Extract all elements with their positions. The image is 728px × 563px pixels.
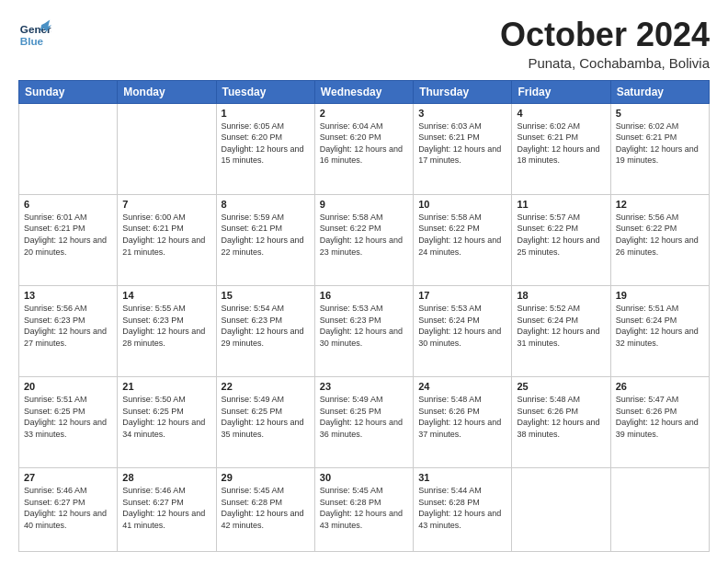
col-sunday: Sunday (19, 80, 118, 103)
day-info: Sunrise: 5:44 AMSunset: 6:28 PMDaylight:… (418, 485, 506, 531)
col-saturday: Saturday (610, 80, 709, 103)
day-info: Sunrise: 6:04 AMSunset: 6:20 PMDaylight:… (320, 121, 408, 167)
day-number: 30 (320, 472, 408, 483)
table-row: 17Sunrise: 5:53 AMSunset: 6:24 PMDayligh… (414, 285, 512, 376)
table-row: 1Sunrise: 6:05 AMSunset: 6:20 PMDaylight… (216, 103, 314, 194)
day-info: Sunrise: 5:59 AMSunset: 6:21 PMDaylight:… (222, 212, 310, 258)
table-row: 20Sunrise: 5:51 AMSunset: 6:25 PMDayligh… (19, 377, 118, 468)
day-number: 29 (222, 472, 310, 483)
day-info: Sunrise: 5:45 AMSunset: 6:28 PMDaylight:… (222, 485, 310, 531)
day-number: 17 (418, 290, 506, 301)
day-number: 28 (122, 472, 210, 483)
day-number: 7 (122, 199, 210, 210)
col-tuesday: Tuesday (216, 80, 314, 103)
table-row: 18Sunrise: 5:52 AMSunset: 6:24 PMDayligh… (512, 285, 610, 376)
day-number: 9 (320, 199, 408, 210)
day-info: Sunrise: 5:49 AMSunset: 6:25 PMDaylight:… (222, 394, 310, 440)
table-row: 31Sunrise: 5:44 AMSunset: 6:28 PMDayligh… (414, 468, 512, 552)
table-row: 16Sunrise: 5:53 AMSunset: 6:23 PMDayligh… (314, 285, 413, 376)
day-info: Sunrise: 6:01 AMSunset: 6:21 PMDaylight:… (24, 212, 112, 258)
day-info: Sunrise: 6:02 AMSunset: 6:21 PMDaylight:… (517, 121, 605, 167)
day-info: Sunrise: 6:02 AMSunset: 6:21 PMDaylight:… (616, 121, 704, 167)
table-row: 5Sunrise: 6:02 AMSunset: 6:21 PMDaylight… (610, 103, 709, 194)
col-wednesday: Wednesday (314, 80, 413, 103)
day-info: Sunrise: 5:53 AMSunset: 6:24 PMDaylight:… (418, 303, 506, 349)
table-row: 30Sunrise: 5:45 AMSunset: 6:28 PMDayligh… (314, 468, 413, 552)
table-row (118, 103, 216, 194)
day-number: 31 (418, 472, 506, 483)
day-number: 16 (320, 290, 408, 301)
table-row: 23Sunrise: 5:49 AMSunset: 6:25 PMDayligh… (314, 377, 413, 468)
day-number: 10 (418, 199, 506, 210)
svg-text:Blue: Blue (20, 35, 44, 47)
table-row: 13Sunrise: 5:56 AMSunset: 6:23 PMDayligh… (19, 285, 118, 376)
day-info: Sunrise: 5:57 AMSunset: 6:22 PMDaylight:… (517, 212, 605, 258)
day-info: Sunrise: 5:48 AMSunset: 6:26 PMDaylight:… (517, 394, 605, 440)
day-info: Sunrise: 6:05 AMSunset: 6:20 PMDaylight:… (222, 121, 310, 167)
day-info: Sunrise: 5:54 AMSunset: 6:23 PMDaylight:… (222, 303, 310, 349)
page: General Blue October 2024 Punata, Cochab… (0, 0, 728, 563)
day-number: 18 (517, 290, 605, 301)
day-number: 12 (616, 199, 704, 210)
table-row: 28Sunrise: 5:46 AMSunset: 6:27 PMDayligh… (118, 468, 216, 552)
day-number: 20 (24, 381, 112, 392)
logo-icon: General Blue (18, 17, 51, 50)
table-row (512, 468, 610, 552)
col-thursday: Thursday (414, 80, 512, 103)
header: General Blue October 2024 Punata, Cochab… (18, 17, 710, 71)
logo: General Blue (18, 17, 51, 50)
day-info: Sunrise: 5:48 AMSunset: 6:26 PMDaylight:… (418, 394, 506, 440)
day-info: Sunrise: 5:52 AMSunset: 6:24 PMDaylight:… (517, 303, 605, 349)
table-row: 3Sunrise: 6:03 AMSunset: 6:21 PMDaylight… (414, 103, 512, 194)
day-info: Sunrise: 5:58 AMSunset: 6:22 PMDaylight:… (418, 212, 506, 258)
table-row: 14Sunrise: 5:55 AMSunset: 6:23 PMDayligh… (118, 285, 216, 376)
day-number: 23 (320, 381, 408, 392)
day-info: Sunrise: 5:46 AMSunset: 6:27 PMDaylight:… (24, 485, 112, 531)
table-row: 11Sunrise: 5:57 AMSunset: 6:22 PMDayligh… (512, 194, 610, 285)
table-row: 7Sunrise: 6:00 AMSunset: 6:21 PMDaylight… (118, 194, 216, 285)
day-number: 11 (517, 199, 605, 210)
day-number: 5 (616, 108, 704, 119)
day-number: 3 (418, 108, 506, 119)
table-row: 12Sunrise: 5:56 AMSunset: 6:22 PMDayligh… (610, 194, 709, 285)
day-number: 15 (222, 290, 310, 301)
day-info: Sunrise: 5:49 AMSunset: 6:25 PMDaylight:… (320, 394, 408, 440)
table-row: 8Sunrise: 5:59 AMSunset: 6:21 PMDaylight… (216, 194, 314, 285)
day-number: 26 (616, 381, 704, 392)
day-number: 19 (616, 290, 704, 301)
day-number: 21 (122, 381, 210, 392)
calendar-week-row: 20Sunrise: 5:51 AMSunset: 6:25 PMDayligh… (19, 377, 710, 468)
day-number: 4 (517, 108, 605, 119)
calendar-week-row: 1Sunrise: 6:05 AMSunset: 6:20 PMDaylight… (19, 103, 710, 194)
day-info: Sunrise: 5:56 AMSunset: 6:22 PMDaylight:… (616, 212, 704, 258)
day-number: 22 (222, 381, 310, 392)
day-number: 14 (122, 290, 210, 301)
calendar-week-row: 6Sunrise: 6:01 AMSunset: 6:21 PMDaylight… (19, 194, 710, 285)
day-info: Sunrise: 5:50 AMSunset: 6:25 PMDaylight:… (122, 394, 210, 440)
day-number: 8 (222, 199, 310, 210)
day-number: 6 (24, 199, 112, 210)
table-row: 19Sunrise: 5:51 AMSunset: 6:24 PMDayligh… (610, 285, 709, 376)
day-info: Sunrise: 5:51 AMSunset: 6:25 PMDaylight:… (24, 394, 112, 440)
table-row: 22Sunrise: 5:49 AMSunset: 6:25 PMDayligh… (216, 377, 314, 468)
day-number: 2 (320, 108, 408, 119)
day-number: 13 (24, 290, 112, 301)
calendar-week-row: 13Sunrise: 5:56 AMSunset: 6:23 PMDayligh… (19, 285, 710, 376)
day-info: Sunrise: 5:47 AMSunset: 6:26 PMDaylight:… (616, 394, 704, 440)
table-row: 26Sunrise: 5:47 AMSunset: 6:26 PMDayligh… (610, 377, 709, 468)
col-friday: Friday (512, 80, 610, 103)
table-row: 25Sunrise: 5:48 AMSunset: 6:26 PMDayligh… (512, 377, 610, 468)
day-info: Sunrise: 6:00 AMSunset: 6:21 PMDaylight:… (122, 212, 210, 258)
location: Punata, Cochabamba, Bolivia (500, 55, 710, 71)
day-info: Sunrise: 5:58 AMSunset: 6:22 PMDaylight:… (320, 212, 408, 258)
table-row: 27Sunrise: 5:46 AMSunset: 6:27 PMDayligh… (19, 468, 118, 552)
day-number: 1 (222, 108, 310, 119)
day-info: Sunrise: 5:46 AMSunset: 6:27 PMDaylight:… (122, 485, 210, 531)
table-row: 10Sunrise: 5:58 AMSunset: 6:22 PMDayligh… (414, 194, 512, 285)
table-row (610, 468, 709, 552)
col-monday: Monday (118, 80, 216, 103)
day-info: Sunrise: 5:53 AMSunset: 6:23 PMDaylight:… (320, 303, 408, 349)
table-row: 15Sunrise: 5:54 AMSunset: 6:23 PMDayligh… (216, 285, 314, 376)
day-info: Sunrise: 5:55 AMSunset: 6:23 PMDaylight:… (122, 303, 210, 349)
calendar-header-row: Sunday Monday Tuesday Wednesday Thursday… (19, 80, 710, 103)
